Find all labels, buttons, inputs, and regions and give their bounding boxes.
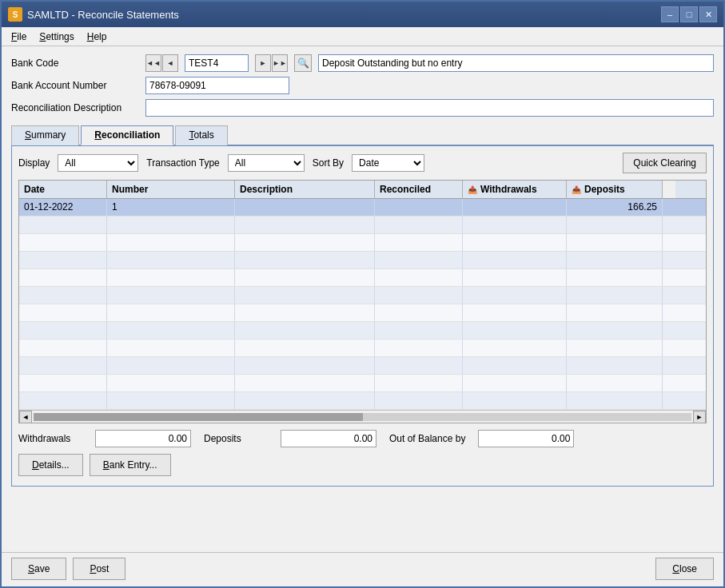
sort-by-select[interactable]: Date Number Description bbox=[352, 154, 424, 172]
table-header: Date Number Description Reconciled 📤 bbox=[19, 181, 706, 199]
display-filter-label: Display bbox=[18, 157, 50, 169]
bank-entry-button[interactable]: Bank Entry... bbox=[90, 454, 171, 476]
withdrawals-icon: 📤 bbox=[468, 185, 477, 194]
nav-first-button[interactable]: ◄◄ bbox=[145, 54, 161, 72]
cell-number: 1 bbox=[107, 199, 235, 216]
tab-summary[interactable]: Summary bbox=[11, 125, 79, 145]
table-row bbox=[19, 217, 706, 234]
transaction-type-select[interactable]: All Deposits Withdrawals bbox=[228, 154, 305, 172]
close-button[interactable]: Close bbox=[655, 558, 714, 580]
scroll-right-button[interactable]: ► bbox=[693, 411, 706, 423]
bank-code-description-input[interactable]: Deposit Outstanding but no entry bbox=[318, 54, 714, 72]
action-buttons: Details... Bank Entry... bbox=[18, 454, 707, 479]
tab-reconciliation[interactable]: Reconciliation bbox=[81, 125, 173, 145]
nav-buttons-right: ► ►► bbox=[255, 54, 288, 72]
tabs-container: Summary Reconciliation Totals Display Al… bbox=[11, 125, 714, 487]
table-row bbox=[19, 234, 706, 252]
nav-last-button[interactable]: ►► bbox=[272, 54, 288, 72]
totals-row: Withdrawals 0.00 Deposits 0.00 Out of Ba… bbox=[18, 430, 707, 447]
col-header-date: Date bbox=[19, 181, 107, 198]
tabs-header: Summary Reconciliation Totals bbox=[11, 125, 714, 146]
data-table: Date Number Description Reconciled 📤 bbox=[18, 180, 707, 423]
scroll-left-button[interactable]: ◄ bbox=[19, 411, 32, 423]
scroll-track[interactable] bbox=[34, 413, 691, 421]
bank-code-label: Bank Code bbox=[11, 58, 139, 69]
bank-code-row: Bank Code ◄◄ ◄ TEST4 ► ►► 🔍 Deposit Outs… bbox=[11, 54, 714, 72]
deposits-total-input[interactable]: 0.00 bbox=[281, 430, 376, 447]
table-row bbox=[19, 340, 706, 357]
app-icon: S bbox=[8, 7, 22, 22]
display-filter-select[interactable]: All Unreconciled Reconciled bbox=[58, 154, 138, 172]
main-window: S SAMLTD - Reconcile Statements – □ ✕ Fi… bbox=[0, 0, 725, 588]
window-title: SAMLTD - Reconcile Statements bbox=[27, 9, 661, 21]
bank-code-input[interactable]: TEST4 bbox=[185, 54, 249, 72]
menu-help[interactable]: Help bbox=[81, 30, 114, 44]
nav-buttons: ◄◄ ◄ bbox=[145, 54, 178, 72]
col-header-withdrawals: 📤 Withdrawals bbox=[463, 181, 567, 198]
post-button[interactable]: Post bbox=[73, 558, 125, 580]
title-bar: S SAMLTD - Reconcile Statements – □ ✕ bbox=[2, 2, 723, 27]
table-body[interactable]: 01-12-2022 1 166.25 bbox=[19, 199, 706, 410]
main-content: Bank Code ◄◄ ◄ TEST4 ► ►► 🔍 Deposit Outs… bbox=[2, 46, 723, 552]
table-row bbox=[19, 392, 706, 410]
filter-row: Display All Unreconciled Reconciled Tran… bbox=[18, 153, 707, 173]
bank-account-row: Bank Account Number 78678-09091 bbox=[11, 77, 714, 94]
table-row[interactable]: 01-12-2022 1 166.25 bbox=[19, 199, 706, 217]
table-row bbox=[19, 375, 706, 392]
transaction-type-label: Transaction Type bbox=[146, 157, 219, 169]
cell-reconciled bbox=[375, 199, 463, 216]
table-row bbox=[19, 269, 706, 287]
out-of-balance-input[interactable]: 0.00 bbox=[478, 430, 574, 447]
close-window-button[interactable]: ✕ bbox=[699, 6, 717, 22]
withdrawals-total-label: Withdrawals bbox=[18, 433, 82, 444]
withdrawals-total-input[interactable]: 0.00 bbox=[95, 430, 191, 447]
reconciliation-desc-label: Reconciliation Description bbox=[11, 102, 139, 113]
table-row bbox=[19, 304, 706, 322]
cell-date: 01-12-2022 bbox=[19, 199, 107, 216]
footer-left-buttons: Save Post bbox=[11, 558, 125, 580]
table-row bbox=[19, 287, 706, 304]
nav-next-button[interactable]: ► bbox=[255, 54, 271, 72]
sort-by-label: Sort By bbox=[313, 157, 344, 169]
bank-account-label: Bank Account Number bbox=[11, 80, 139, 91]
out-of-balance-label: Out of Balance by bbox=[389, 433, 465, 444]
nav-prev-button[interactable]: ◄ bbox=[162, 54, 178, 72]
minimize-button[interactable]: – bbox=[661, 6, 679, 22]
save-button[interactable]: Save bbox=[11, 558, 66, 580]
col-header-deposits: 📤 Deposits bbox=[567, 181, 663, 198]
scroll-thumb[interactable] bbox=[34, 413, 363, 421]
cell-withdrawals bbox=[463, 199, 567, 216]
col-header-number: Number bbox=[107, 181, 235, 198]
tab-totals[interactable]: Totals bbox=[175, 125, 227, 145]
table-row bbox=[19, 252, 706, 269]
menu-settings[interactable]: Settings bbox=[33, 30, 80, 44]
maximize-button[interactable]: □ bbox=[680, 6, 698, 22]
table-row bbox=[19, 322, 706, 340]
deposits-icon: 📤 bbox=[572, 185, 581, 194]
deposits-total-label: Deposits bbox=[204, 433, 268, 444]
col-header-description: Description bbox=[235, 181, 375, 198]
tab-content-reconciliation: Display All Unreconciled Reconciled Tran… bbox=[11, 146, 714, 487]
horizontal-scrollbar[interactable]: ◄ ► bbox=[19, 410, 706, 423]
reconciliation-desc-row: Reconciliation Description bbox=[11, 99, 714, 117]
quick-clearing-button[interactable]: Quick Clearing bbox=[623, 153, 707, 173]
window-controls: – □ ✕ bbox=[661, 6, 717, 22]
cell-deposits: 166.25 bbox=[567, 199, 663, 216]
menu-bar: File Settings Help bbox=[2, 27, 723, 46]
cell-description bbox=[235, 199, 375, 216]
bank-account-input[interactable]: 78678-09091 bbox=[145, 77, 289, 94]
details-button[interactable]: Details... bbox=[18, 454, 83, 476]
footer-buttons: Save Post Close bbox=[2, 552, 723, 586]
bottom-area: Withdrawals 0.00 Deposits 0.00 Out of Ba… bbox=[18, 423, 707, 479]
scroll-placeholder bbox=[663, 181, 675, 198]
reconciliation-desc-input[interactable] bbox=[145, 99, 714, 117]
col-header-reconciled: Reconciled bbox=[375, 181, 463, 198]
table-row bbox=[19, 357, 706, 375]
menu-file[interactable]: File bbox=[5, 30, 33, 44]
search-button[interactable]: 🔍 bbox=[294, 54, 312, 72]
